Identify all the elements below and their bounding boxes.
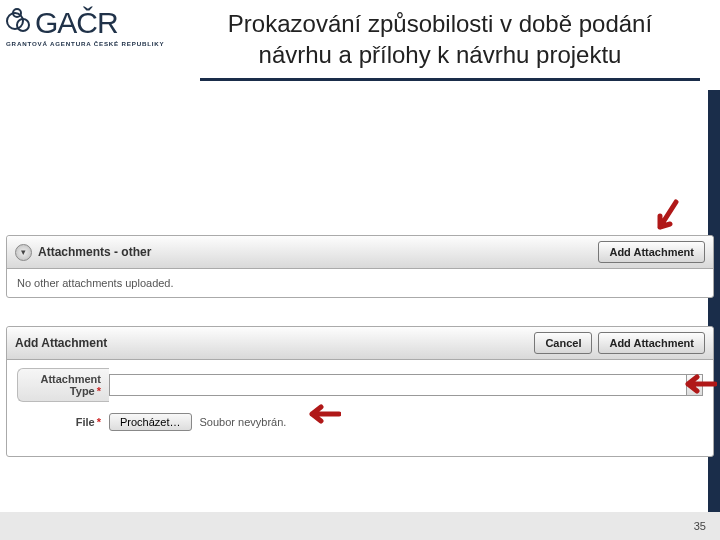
required-icon: * — [97, 385, 101, 397]
logo-subtitle: GRANTOVÁ AGENTURA ČESKÉ REPUBLIKY — [6, 40, 191, 47]
title-underline — [200, 78, 700, 81]
footer: 35 — [0, 512, 720, 540]
add-attachment-button[interactable]: Add Attachment — [598, 241, 705, 263]
arrow-icon — [652, 199, 682, 235]
panel-header: Add Attachment Cancel Add Attachment — [7, 327, 713, 360]
logo-text: GAČR — [35, 8, 118, 38]
panel-title: Attachments - other — [38, 245, 151, 259]
header: GAČR GRANTOVÁ AGENTURA ČESKÉ REPUBLIKY P… — [0, 0, 720, 80]
page-title: Prokazování způsobilosti v době podání n… — [215, 8, 695, 70]
panel-header: ▾ Attachments - other Add Attachment — [7, 236, 713, 269]
attachment-type-row: Attachment Type* ▾ — [17, 368, 703, 402]
collapse-button[interactable]: ▾ — [15, 244, 32, 261]
cancel-button[interactable]: Cancel — [534, 332, 592, 354]
dropdown-button[interactable]: ▾ — [687, 374, 703, 396]
attachment-type-label: Attachment Type* — [17, 368, 109, 402]
form-body: Attachment Type* ▾ File* Procházet… Soub… — [7, 360, 713, 456]
page-number: 35 — [694, 520, 706, 532]
file-row: File* Procházet… Soubor nevybrán. — [17, 412, 703, 432]
file-status: Soubor nevybrán. — [200, 416, 287, 428]
panel-title: Add Attachment — [15, 336, 107, 350]
chevron-down-icon: ▾ — [21, 247, 26, 257]
browse-button[interactable]: Procházet… — [109, 413, 192, 431]
chevron-down-icon: ▾ — [693, 381, 697, 390]
add-attachment-button[interactable]: Add Attachment — [598, 332, 705, 354]
logo-icon — [6, 8, 32, 38]
required-icon: * — [97, 416, 101, 428]
file-label: File* — [17, 412, 109, 432]
attachments-other-panel: ▾ Attachments - other Add Attachment No … — [6, 235, 714, 298]
empty-message: No other attachments uploaded. — [17, 277, 174, 289]
content: ▾ Attachments - other Add Attachment No … — [0, 235, 720, 457]
panel-body: No other attachments uploaded. — [7, 269, 713, 297]
slide: GAČR GRANTOVÁ AGENTURA ČESKÉ REPUBLIKY P… — [0, 0, 720, 540]
attachment-type-input[interactable] — [109, 374, 687, 396]
add-attachment-panel: Add Attachment Cancel Add Attachment Att… — [6, 326, 714, 457]
logo: GAČR GRANTOVÁ AGENTURA ČESKÉ REPUBLIKY — [6, 8, 191, 47]
